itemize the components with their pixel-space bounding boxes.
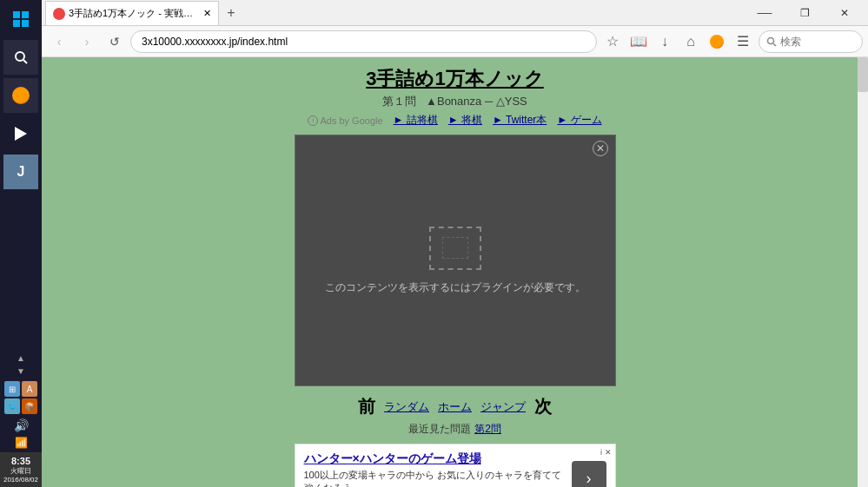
nav-random-link[interactable]: ランダム [384, 399, 429, 415]
scrollbar[interactable] [858, 57, 868, 487]
svg-line-7 [773, 43, 776, 46]
minimize-button[interactable]: ── [745, 0, 785, 26]
ad-text-area: ハンター×ハンターのゲーム登場 100以上の変場キャラの中から お気に入りのキャ… [304, 451, 565, 487]
ad-title[interactable]: ハンター×ハンターのゲーム登場 [304, 451, 565, 467]
svg-rect-1 [22, 11, 29, 18]
forward-button[interactable]: › [75, 30, 99, 54]
taskbar-clock[interactable]: 8:35 火曜日 2016/08/02 [0, 452, 42, 487]
ad-banner: ハンター×ハンターのゲーム登場 100以上の変場キャラの中から お気に入りのキャ… [295, 444, 616, 487]
search-input[interactable] [780, 36, 850, 48]
page-content: 3手詰め1万本ノック 第１問 ▲Bonanza ─ △YSS i Ads by … [42, 57, 868, 487]
back-button[interactable]: ‹ [47, 30, 71, 54]
nav-prev-label: 前 [358, 395, 375, 418]
svg-rect-2 [13, 20, 20, 27]
plugin-placeholder [429, 227, 481, 270]
browser-tab[interactable]: 3手詰め1万本ノック - 実戦詰め... ✕ [45, 1, 219, 25]
svg-rect-0 [13, 11, 20, 18]
taskbar-windows-icon[interactable] [3, 2, 38, 36]
plugin-placeholder-inner [442, 237, 468, 259]
title-bar: 3手詰め1万本ノック - 実戦詰め... ✕ + ── ❐ ✕ [42, 0, 868, 26]
plugin-box: ✕ このコンテンツを表示するにはプラグインが必要です。 [295, 135, 616, 386]
reader-icon[interactable]: 📖 [626, 30, 651, 54]
window-controls: ── ❐ ✕ [745, 0, 865, 26]
plugin-close-button[interactable]: ✕ [593, 141, 608, 156]
nav-link-tsume[interactable]: ► 詰将棋 [394, 113, 438, 128]
ad-arrow-icon: › [586, 470, 592, 488]
taskbar: J ▲ ▼ ⊞ A 🐦 📦 🔊 📶 8:35 火曜日 2016/08/02 [0, 0, 42, 487]
nav-jump-link[interactable]: ジャンプ [480, 399, 526, 415]
bookmark-icon[interactable]: ☰ [731, 30, 755, 54]
recent-problem-link[interactable]: 第2問 [474, 422, 501, 437]
taskbar-search-icon[interactable] [3, 40, 38, 75]
tab-title: 3手詰め1万本ノック - 実戦詰め... [69, 7, 198, 20]
nav-next-label: 次 [534, 395, 552, 418]
firefox-icon[interactable] [705, 30, 729, 54]
refresh-button[interactable]: ↺ [103, 30, 127, 54]
browser-window: 3手詰め1万本ノック - 実戦詰め... ✕ + ── ❐ ✕ ‹ › ↺ ☆ … [42, 0, 868, 487]
taskbar-media-icon[interactable] [3, 116, 38, 151]
address-input[interactable] [130, 30, 597, 53]
taskbar-j-icon[interactable]: J [3, 155, 38, 189]
ad-arrow-button[interactable]: › [572, 461, 606, 487]
taskbar-utility-1[interactable]: ⊞ [4, 381, 20, 397]
search-box[interactable] [759, 30, 863, 53]
home-icon[interactable]: ⌂ [679, 30, 703, 54]
nav-links: i Ads by Google ► 詰将棋 ► 将棋 ► Twitter本 ► … [308, 113, 601, 128]
close-button[interactable]: ✕ [825, 0, 865, 26]
tab-bar: 3手詰め1万本ノック - 実戦詰め... ✕ + [45, 0, 243, 25]
taskbar-expand-up[interactable]: ▲ [13, 352, 29, 365]
nav-link-game[interactable]: ► ゲーム [557, 113, 601, 128]
ad-corner-button[interactable]: i ✕ [600, 448, 612, 457]
plugin-message: このコンテンツを表示するにはプラグインが必要です。 [325, 280, 586, 295]
svg-point-6 [768, 37, 774, 43]
svg-point-4 [16, 52, 24, 61]
recent-problems: 最近見た問題 第2問 [408, 422, 501, 437]
taskbar-network[interactable]: 📶 [3, 435, 38, 451]
page-subtitle: 第１問 ▲Bonanza ─ △YSS [382, 94, 527, 109]
maximize-button[interactable]: ❐ [785, 0, 825, 26]
nav-link-shogi[interactable]: ► 将棋 [448, 113, 482, 128]
page-title: 3手詰め1万本ノック [366, 66, 543, 92]
nav-home-link[interactable]: ホーム [438, 399, 472, 415]
taskbar-utility-3[interactable]: 🐦 [4, 398, 20, 414]
taskbar-expand-down[interactable]: ▼ [13, 365, 29, 378]
ads-label: i Ads by Google [308, 115, 382, 126]
page-navigation: 前 ランダム ホーム ジャンプ 次 [358, 395, 552, 418]
taskbar-utility-4[interactable]: 📦 [22, 398, 37, 414]
address-bar: ‹ › ↺ ☆ 📖 ↓ ⌂ ☰ [42, 26, 868, 57]
scrollbar-thumb[interactable] [858, 57, 868, 92]
toolbar-icons: ☆ 📖 ↓ ⌂ ☰ [600, 30, 755, 54]
ad-description: 100以上の変場キャラの中から お気に入りのキャラを育てて強くなろう [304, 469, 565, 487]
tab-favicon [53, 8, 65, 20]
ads-info-icon: i [308, 115, 318, 126]
taskbar-bottom: ▲ ▼ ⊞ A 🐦 📦 🔊 📶 8:35 火曜日 2016/08/02 [0, 352, 42, 487]
svg-rect-3 [22, 20, 29, 27]
download-icon[interactable]: ↓ [653, 30, 677, 54]
taskbar-utility-2[interactable]: A [22, 381, 37, 397]
svg-line-5 [23, 60, 27, 63]
nav-link-twitter[interactable]: ► Twitter本 [493, 113, 547, 128]
new-tab-button[interactable]: + [219, 1, 243, 25]
taskbar-firefox-icon[interactable] [3, 78, 38, 113]
star-icon[interactable]: ☆ [600, 30, 625, 54]
tab-close-button[interactable]: ✕ [203, 8, 211, 19]
taskbar-volume[interactable]: 🔊 [3, 418, 38, 433]
